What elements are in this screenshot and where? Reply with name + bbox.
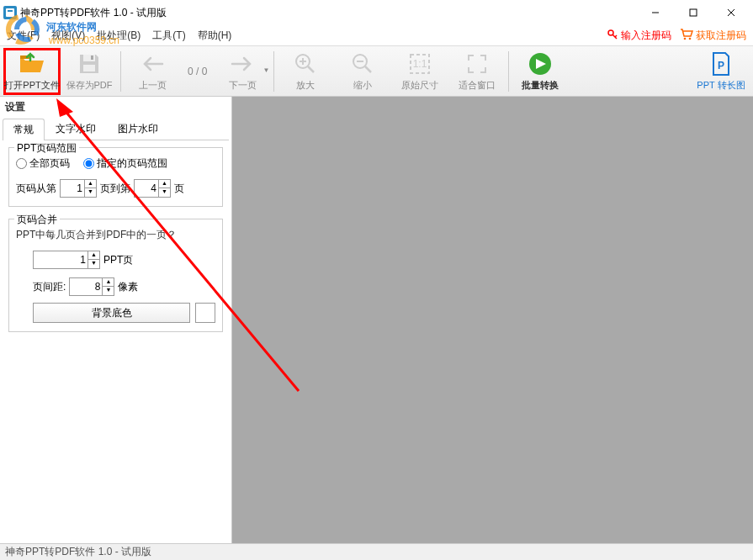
merge-pages-spinner[interactable]: ▲▼ [33,251,100,269]
key-icon [607,29,618,43]
menu-batch[interactable]: 批处理(B) [97,29,141,43]
svg-rect-12 [83,65,95,71]
zoom-in-icon [292,50,319,77]
page-to-label: 页到第 [100,182,130,196]
close-button[interactable] [712,0,750,25]
get-reg-code-label: 获取注册码 [696,29,746,43]
save-icon [76,50,103,77]
minimize-button[interactable] [636,0,674,25]
gap-label: 页间距: [33,280,66,294]
window-title: 神奇PPT转PDF软件 1.0 - 试用版 [20,6,167,20]
zoom-out-label: 缩小 [353,79,372,92]
page-from-input[interactable] [61,182,84,194]
menu-view[interactable]: 视图(V) [51,29,85,43]
gap-spinner[interactable]: ▲▼ [69,277,114,296]
next-page-label: 下一页 [229,79,257,92]
zoom-out-button[interactable]: 缩小 [334,48,391,95]
zoom-in-button[interactable]: 放大 [277,48,334,95]
menu-tools[interactable]: 工具(T) [152,29,185,43]
bg-color-swatch[interactable] [195,303,215,323]
maximize-button[interactable] [674,0,712,25]
menu-file[interactable]: 文件(F) [7,29,40,43]
spin-down-icon[interactable]: ▼ [158,188,170,197]
radio-all-pages-label: 全部页码 [29,156,70,171]
original-size-icon: 1:1 [406,50,433,77]
ppt-to-long-image-button[interactable]: P PPT 转长图 [692,48,750,95]
sidebar-title: 设置 [0,97,231,118]
fit-window-icon [464,50,491,77]
svg-text:P: P [718,60,724,71]
tab-general[interactable]: 常规 [3,119,45,140]
svg-point-9 [684,37,687,40]
zoom-out-icon [349,50,376,77]
tab-text-watermark[interactable]: 文字水印 [45,118,107,140]
chevron-down-icon[interactable]: ▼ [262,66,269,74]
batch-convert-button[interactable]: 批量转换 [512,48,569,95]
cart-icon [680,29,693,43]
original-size-button[interactable]: 1:1 原始尺寸 [391,48,448,95]
radio-specified-pages-input[interactable] [83,158,94,169]
radio-specified-pages[interactable]: 指定的页码范围 [83,156,167,171]
toolbar-separator [120,51,121,92]
menu-help[interactable]: 帮助(H) [198,29,232,43]
bg-color-button[interactable]: 背景底色 [33,303,190,323]
ppt-long-label: PPT 转长图 [697,79,745,92]
svg-line-15 [308,66,314,72]
app-icon [3,6,17,19]
svg-rect-0 [6,8,14,17]
tab-image-watermark[interactable]: 图片水印 [107,118,169,140]
radio-all-pages[interactable]: 全部页码 [16,156,70,171]
spin-up-icon[interactable]: ▲ [84,180,96,188]
original-size-label: 原始尺寸 [401,79,438,92]
spin-up-icon[interactable]: ▲ [102,278,114,287]
svg-rect-1 [8,10,13,12]
svg-rect-13 [91,55,93,60]
batch-convert-label: 批量转换 [522,79,559,92]
ppt-long-icon: P [708,50,734,77]
svg-line-19 [365,66,371,72]
open-ppt-label: 打开PPT文件 [4,79,59,92]
gap-input[interactable] [70,281,102,293]
spin-down-icon[interactable]: ▼ [102,287,114,295]
gap-unit-label: 像素 [118,280,138,294]
arrow-left-icon [139,50,166,77]
svg-text:1:1: 1:1 [413,58,427,70]
zoom-in-label: 放大 [296,79,315,92]
fit-window-button[interactable]: 适合窗口 [448,48,506,95]
spin-down-icon[interactable]: ▼ [84,188,96,197]
arrow-right-icon [229,50,256,77]
page-to-spinner[interactable]: ▲▼ [134,179,171,198]
fit-window-label: 适合窗口 [459,79,496,92]
save-pdf-button[interactable]: 保存为PDF [61,48,118,95]
toolbar-separator [508,51,509,92]
spin-up-icon[interactable]: ▲ [87,251,99,260]
page-to-input[interactable] [135,182,158,194]
svg-line-8 [615,35,617,37]
get-reg-code-link[interactable]: 获取注册码 [680,29,746,43]
radio-all-pages-input[interactable] [16,158,27,169]
page-from-spinner[interactable]: ▲▼ [60,179,97,198]
merge-pages-input[interactable] [34,254,87,266]
page-range-legend: PPT页码范围 [14,141,79,156]
merge-legend: 页码合并 [14,213,60,227]
save-pdf-label: 保存为PDF [66,79,113,92]
page-from-label: 页码从第 [16,182,56,196]
batch-icon [527,50,554,77]
spin-down-icon[interactable]: ▼ [87,260,99,268]
enter-reg-code-label: 输入注册码 [621,29,671,43]
open-ppt-button[interactable]: 打开PPT文件 [3,48,61,95]
page-counter: 0 / 0 [181,48,214,95]
next-page-button[interactable]: 下一页 ▼ [214,48,271,95]
merge-unit-label: PPT页 [103,253,133,267]
svg-point-10 [689,37,692,40]
folder-open-icon [19,50,45,77]
statusbar-text: 神奇PPT转PDF软件 1.0 - 试用版 [5,545,151,559]
prev-page-button[interactable]: 上一页 [124,48,181,95]
page-unit-label: 页 [174,182,184,196]
radio-specified-pages-label: 指定的页码范围 [97,156,167,171]
svg-rect-3 [690,9,697,16]
enter-reg-code-link[interactable]: 输入注册码 [607,29,671,43]
toolbar-separator [273,51,274,92]
prev-page-label: 上一页 [139,79,167,92]
spin-up-icon[interactable]: ▲ [158,180,170,188]
